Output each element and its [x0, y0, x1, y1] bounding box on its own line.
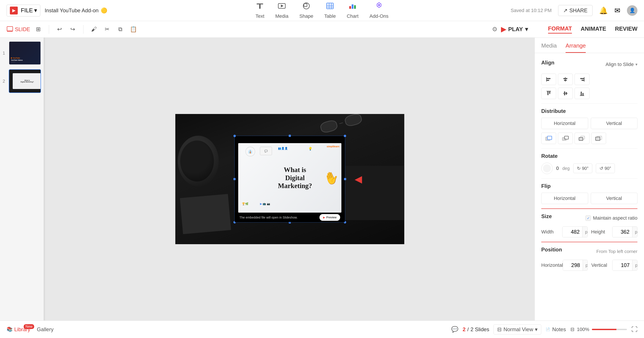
red-arrow-indicator: ◀ — [355, 173, 362, 185]
play-button[interactable]: ▶ PLAY ▾ — [501, 26, 528, 33]
svg-rect-15 — [7, 27, 13, 31]
align-to-slide-dropdown[interactable]: Align to Slide ▾ — [606, 62, 638, 67]
bring-to-front-button[interactable] — [541, 133, 556, 144]
user-avatar[interactable]: 👤 — [627, 5, 638, 16]
size-title: Size — [541, 213, 552, 219]
zoom-control: ⊟ 100% — [570, 326, 627, 332]
divider-3 — [541, 178, 638, 179]
resize-handle-mr[interactable] — [344, 178, 346, 180]
notes-button[interactable]: Notes — [552, 326, 566, 332]
library-icon: 📚 — [6, 326, 12, 332]
cut-button[interactable]: ✂ — [102, 25, 112, 34]
undo-button[interactable]: ↩ — [55, 25, 64, 34]
addons-tool[interactable]: Add-Ons — [370, 2, 388, 19]
current-slide: 2 — [463, 326, 466, 332]
align-middle-button[interactable] — [558, 88, 573, 99]
bottom-right: 💬 2 / 2 Slides ⊟ Normal View ▾ 📄 Notes ⊟… — [451, 324, 638, 334]
arrange-tab[interactable]: Arrange — [566, 42, 586, 53]
notifications-icon[interactable]: 🔔 — [599, 6, 608, 15]
align-center-h-button[interactable] — [558, 74, 573, 85]
send-backward-button[interactable] — [574, 133, 590, 144]
position-title: Position — [541, 247, 562, 253]
height-input[interactable] — [612, 227, 632, 237]
bring-forward-button[interactable]: ↑ — [558, 133, 573, 144]
zoom-slider[interactable] — [592, 329, 627, 330]
slide-2-thumbnail[interactable]: What isDigital Marketing? — [9, 69, 41, 93]
resize-handle-tr[interactable] — [344, 135, 346, 137]
file-button[interactable]: ▶ FILE ▾ — [6, 5, 40, 17]
media-tool[interactable]: Media — [275, 2, 288, 19]
svg-rect-11 — [350, 6, 351, 9]
v-unit: px — [632, 260, 638, 270]
shape-tool[interactable]: Shape — [300, 2, 314, 19]
preview-button[interactable]: ▶ Preview — [319, 214, 340, 221]
vertical-pos-input-group: px — [612, 260, 638, 271]
align-left-button[interactable] — [541, 74, 556, 85]
redo-button[interactable]: ↪ — [68, 25, 78, 34]
library-button[interactable]: Library New — [14, 326, 30, 332]
layer-row: ↑ — [541, 133, 638, 144]
position-inputs-row: Horizontal px Vertical px — [541, 260, 638, 271]
notes-icon: 📄 — [546, 327, 550, 331]
resize-handle-ml[interactable] — [234, 178, 236, 180]
layout-icon[interactable]: ⊞ — [34, 25, 43, 34]
view-selector[interactable]: ⊟ Normal View ▾ — [494, 324, 541, 334]
embed-container[interactable]: simplilearn 👔 💬 👥👤👤 💡 🏆🌿 ▶ 📺 📷 — [234, 136, 345, 222]
rotate-dial[interactable] — [541, 163, 553, 174]
send-to-back-button[interactable] — [591, 133, 606, 144]
separator2 — [83, 25, 84, 34]
top-bar: ▶ FILE ▾ Install YouTube Add-on 🟡 Text M… — [0, 0, 644, 21]
width-input[interactable] — [562, 227, 582, 237]
chart-tool[interactable]: Chart — [347, 2, 358, 19]
paste-button[interactable]: 📋 — [128, 25, 138, 34]
format-tab[interactable]: FORMAT — [548, 25, 572, 34]
vertical-pos-input[interactable] — [612, 260, 632, 270]
h-unit: px — [583, 260, 588, 270]
svg-rect-24 — [580, 78, 584, 79]
resize-handle-tl[interactable] — [234, 135, 236, 137]
main-content: 1 ▶ YouTube YouTube Videos ———— 2 W — [0, 38, 644, 320]
align-top-button[interactable] — [541, 88, 556, 99]
format-paint-button[interactable]: 🖌 — [89, 25, 99, 34]
svg-point-14 — [378, 4, 380, 6]
resize-handle-tc[interactable] — [289, 135, 291, 137]
saved-text: Saved at 10:12 PM — [510, 8, 552, 13]
svg-rect-41 — [579, 137, 583, 141]
align-bottom-button[interactable] — [574, 88, 590, 99]
flip-horizontal-button[interactable]: Horizontal — [541, 193, 588, 204]
share-icon: ↗ — [563, 8, 568, 14]
size-inputs-row: Width px Height px — [541, 226, 638, 237]
bottom-bar: 📚 Library New Gallery 💬 2 / 2 Slides ⊟ N… — [0, 320, 644, 338]
right-panel: Media Arrange Align Align to Slide ▾ — [534, 38, 644, 320]
share-button[interactable]: ↗ SHARE — [558, 5, 592, 16]
embed-bottom-bar: The embedded file will open in Slideshow… — [234, 213, 345, 222]
media-tab[interactable]: Media — [541, 42, 557, 53]
distribute-vertical-button[interactable]: Vertical — [591, 118, 638, 129]
rotate-90cw-button[interactable]: ↻ 90° — [573, 164, 592, 173]
table-tool[interactable]: Table — [324, 2, 336, 19]
embed-selection-box: simplilearn 👔 💬 👥👤👤 💡 🏆🌿 ▶ 📺 📷 — [234, 136, 345, 222]
align-right-button[interactable] — [574, 74, 590, 85]
slide-1-title: YouTube Videos — [11, 59, 23, 61]
review-tab[interactable]: REVIEW — [615, 26, 638, 33]
fullscreen-button[interactable]: ⛶ — [631, 326, 638, 333]
settings-icon[interactable]: ⚙ — [492, 26, 498, 33]
mail-icon[interactable]: ✉ — [614, 6, 620, 15]
slide-1-thumbnail[interactable]: ▶ YouTube YouTube Videos ———— — [9, 41, 41, 65]
gallery-button[interactable]: Gallery — [37, 326, 54, 332]
copy-button[interactable]: ⧉ — [116, 25, 125, 34]
svg-rect-43 — [596, 137, 600, 141]
distribute-horizontal-button[interactable]: Horizontal — [541, 118, 588, 129]
flip-vertical-button[interactable]: Vertical — [591, 193, 638, 204]
video-preview: simplilearn 👔 💬 👥👤👤 💡 🏆🌿 ▶ 📺 📷 — [238, 143, 342, 213]
animate-tab[interactable]: ANIMATE — [581, 26, 606, 33]
view-label: Normal View — [503, 326, 533, 332]
horizontal-pos-input[interactable] — [563, 260, 583, 270]
maintain-ratio-checkbox[interactable]: ✓ — [586, 215, 591, 221]
height-label: Height — [591, 229, 609, 235]
chat-icon[interactable]: 💬 — [451, 326, 458, 333]
divider-4 — [541, 208, 638, 209]
rotate-90ccw-button[interactable]: ↺ 90° — [596, 164, 615, 173]
text-tool[interactable]: Text — [256, 2, 264, 19]
slide-1-number: 1 — [3, 51, 7, 56]
